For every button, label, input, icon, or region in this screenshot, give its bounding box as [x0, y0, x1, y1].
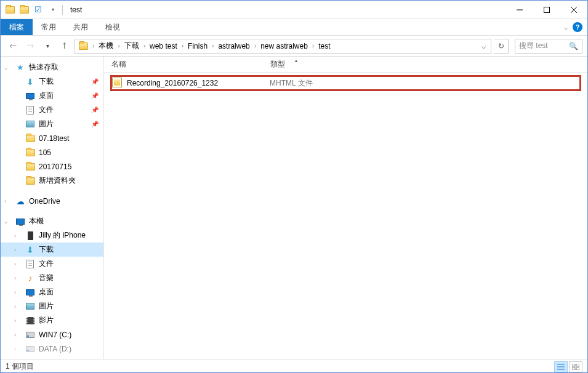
nav-label: OneDrive — [29, 197, 60, 206]
nav-item-folder[interactable]: 新增資料夾 — [1, 174, 103, 188]
chevron-right-icon[interactable]: › — [180, 42, 185, 49]
pin-icon: 📌 — [91, 106, 99, 113]
column-type[interactable]: 類型▴ — [270, 59, 363, 70]
pin-icon: 📌 — [91, 121, 99, 127]
nav-label: 圖片 — [39, 119, 54, 129]
refresh-button[interactable]: ↻ — [494, 39, 509, 54]
minimize-button[interactable] — [506, 1, 533, 19]
chevron-right-icon[interactable]: › — [14, 247, 16, 253]
nav-pane[interactable]: ⌵ ★ 快速存取 ⬇下載📌 桌面📌 文件📌 圖片📌 07.18test 105 … — [1, 57, 104, 359]
file-row[interactable]: Recording_20160726_1232 MHTML 文件 — [110, 75, 581, 91]
qat-dropdown-icon[interactable]: ▾ — [46, 3, 59, 17]
chevron-right-icon[interactable]: › — [210, 42, 215, 49]
chevron-down-icon[interactable]: ⌵ — [4, 219, 7, 225]
address-dropdown-icon[interactable]: ⌵ — [478, 42, 489, 50]
chevron-right-icon[interactable]: › — [14, 233, 16, 239]
nav-item-pictures[interactable]: ›圖片 — [1, 299, 103, 313]
chevron-right-icon[interactable]: › — [252, 42, 258, 49]
nav-item-documents[interactable]: ›文件 — [1, 257, 103, 271]
nav-label: Jilly 的 iPhone — [39, 230, 86, 241]
details-view-button[interactable] — [554, 361, 568, 372]
breadcrumb-item[interactable]: Finish — [185, 42, 210, 50]
folder-icon — [26, 177, 35, 185]
chevron-right-icon[interactable]: › — [14, 346, 16, 352]
chevron-right-icon[interactable]: › — [14, 318, 16, 324]
chevron-right-icon[interactable]: › — [116, 42, 121, 49]
back-button[interactable]: 🡐 — [6, 39, 20, 54]
nav-label: 本機 — [29, 216, 44, 227]
monitor-icon — [26, 289, 34, 295]
nav-item-iphone[interactable]: ›Jilly 的 iPhone — [1, 228, 103, 243]
svg-rect-1 — [544, 7, 550, 12]
ribbon-collapse-icon[interactable]: ⌵ — [564, 24, 568, 31]
chevron-right-icon[interactable]: › — [14, 275, 16, 281]
nav-this-pc[interactable]: ⌵本機 — [1, 214, 103, 228]
close-button[interactable] — [560, 1, 587, 19]
status-bar: 1 個項目 — [1, 359, 587, 373]
pin-icon: 📌 — [91, 92, 99, 99]
breadcrumb-item[interactable]: new astralweb — [258, 42, 310, 50]
svg-rect-10 — [576, 367, 579, 370]
folder-icon — [26, 149, 35, 156]
tab-view[interactable]: 檢視 — [97, 19, 129, 35]
breadcrumb-item[interactable]: 本機 — [96, 41, 116, 51]
chevron-right-icon[interactable]: › — [14, 289, 16, 295]
nav-onedrive[interactable]: ›☁OneDrive — [1, 194, 103, 208]
tab-share[interactable]: 共用 — [65, 19, 97, 35]
file-tab[interactable]: 檔案 — [1, 19, 33, 35]
ribbon: 檔案 常用 共用 檢視 ⌵ ? — [1, 19, 587, 36]
column-name[interactable]: 名稱 — [111, 59, 270, 70]
nav-item-downloads[interactable]: ›⬇下載 — [1, 243, 103, 257]
folder-icon — [26, 163, 35, 170]
file-type: MHTML 文件 — [270, 78, 313, 89]
nav-item-desktop[interactable]: ›桌面 — [1, 285, 103, 299]
chevron-right-icon[interactable]: › — [91, 42, 96, 49]
thumbnails-view-button[interactable] — [569, 361, 582, 372]
help-icon[interactable]: ? — [573, 22, 582, 32]
nav-item-music[interactable]: ›♪音樂 — [1, 271, 103, 285]
breadcrumb-item[interactable]: web test — [147, 42, 180, 50]
nav-label: 下載 — [39, 244, 54, 255]
chevron-down-icon[interactable]: ⌵ — [4, 65, 7, 71]
chevron-right-icon[interactable]: › — [142, 42, 147, 49]
main-area: ⌵ ★ 快速存取 ⬇下載📌 桌面📌 文件📌 圖片📌 07.18test 105 … — [1, 57, 587, 359]
chevron-right-icon[interactable]: › — [14, 303, 16, 310]
up-button[interactable]: 🡑 — [57, 39, 72, 54]
forward-button[interactable]: 🡒 — [23, 39, 38, 54]
recent-dropdown-icon[interactable]: ▾ — [40, 39, 55, 54]
nav-item-folder[interactable]: 07.18test — [1, 131, 103, 145]
chevron-right-icon[interactable]: › — [4, 198, 6, 204]
chevron-right-icon[interactable]: › — [14, 261, 16, 267]
search-icon[interactable]: 🔍 — [569, 42, 578, 50]
title-bar: ☑ ▾ test — [1, 1, 587, 19]
breadcrumb[interactable]: › 本機 › 下載 › web test › Finish › astralwe… — [75, 39, 491, 54]
file-list[interactable]: Recording_20160726_1232 MHTML 文件 — [104, 73, 587, 359]
nav-quick-access[interactable]: ⌵ ★ 快速存取 — [1, 60, 103, 74]
nav-item-folder[interactable]: 105 — [1, 145, 103, 159]
tab-home[interactable]: 常用 — [33, 19, 65, 35]
breadcrumb-item[interactable]: test — [316, 42, 332, 50]
drive-icon — [26, 332, 34, 338]
svg-rect-9 — [572, 367, 575, 370]
nav-item-drive-d[interactable]: ›DATA (D:) — [1, 342, 103, 356]
chevron-right-icon[interactable]: › — [14, 332, 16, 338]
search-input[interactable]: 搜尋 test 🔍 — [515, 39, 582, 54]
film-icon — [26, 317, 34, 324]
nav-item-drive-c[interactable]: ›WIN7 (C:) — [1, 327, 103, 342]
breadcrumb-item[interactable]: 下載 — [122, 41, 142, 51]
nav-item-downloads[interactable]: ⬇下載📌 — [1, 74, 103, 89]
maximize-button[interactable] — [533, 1, 560, 19]
nav-label: 文件 — [39, 259, 54, 269]
document-icon — [26, 260, 34, 268]
chevron-right-icon[interactable]: › — [310, 42, 316, 49]
svg-rect-8 — [576, 364, 579, 366]
nav-item-pictures[interactable]: 圖片📌 — [1, 117, 103, 131]
nav-item-folder[interactable]: 20170715 — [1, 159, 103, 174]
breadcrumb-item[interactable]: astralweb — [215, 42, 252, 50]
nav-item-videos[interactable]: ›影片 — [1, 313, 103, 327]
properties-icon[interactable]: ☑ — [31, 3, 45, 17]
drive-icon — [26, 346, 34, 352]
nav-item-documents[interactable]: 文件📌 — [1, 103, 103, 117]
nav-item-desktop[interactable]: 桌面📌 — [1, 89, 103, 103]
address-bar: 🡐 🡒 ▾ 🡑 › 本機 › 下載 › web test › Finish › … — [1, 36, 587, 57]
